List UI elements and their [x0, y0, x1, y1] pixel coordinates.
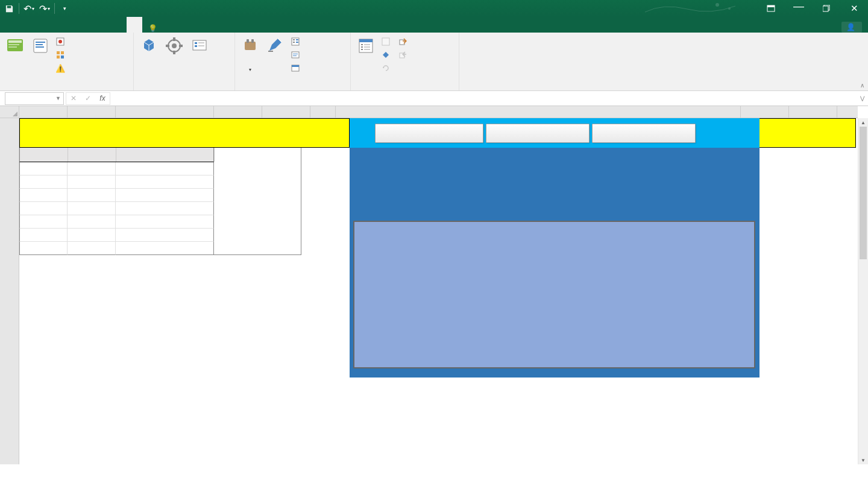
scroll-up-arrow[interactable]: ▲: [858, 118, 868, 127]
create-array-1-button[interactable]: [375, 124, 483, 143]
com-addins-button[interactable]: [187, 34, 212, 79]
svg-rect-30: [198, 45, 204, 46]
enter-formula-button[interactable]: ✓: [81, 92, 95, 105]
import-button[interactable]: [398, 36, 410, 48]
bulb-icon: 💡: [148, 24, 157, 33]
val-cell[interactable]: [116, 215, 214, 229]
val-cell[interactable]: [116, 202, 214, 215]
name-box-dropdown-icon: ▼: [55, 95, 61, 101]
col-name-header: [68, 148, 116, 162]
table-cell[interactable]: [19, 215, 68, 229]
expand-formula-bar[interactable]: ⋁: [856, 95, 868, 101]
val-cell[interactable]: [116, 242, 214, 255]
scroll-down-arrow[interactable]: ▼: [858, 456, 868, 464]
create-array-button[interactable]: [486, 124, 590, 143]
col-header-A[interactable]: [19, 106, 68, 118]
expansion-packs-button[interactable]: [381, 49, 393, 61]
macros-button[interactable]: [28, 34, 53, 79]
select-all-corner[interactable]: [0, 106, 19, 118]
svg-rect-22: [173, 37, 175, 41]
svg-rect-42: [293, 55, 297, 56]
cancel-formula-button[interactable]: ✕: [66, 92, 81, 105]
qat-save[interactable]: [2, 1, 16, 16]
qat-customize[interactable]: ▾: [57, 1, 72, 16]
share-button[interactable]: 👤: [841, 22, 862, 33]
spreadsheet-grid[interactable]: ▲ ▼: [0, 106, 868, 464]
table-cell[interactable]: [68, 189, 116, 202]
val-cell[interactable]: [116, 175, 214, 189]
cells-area[interactable]: [19, 118, 858, 464]
tab-review[interactable]: [95, 17, 111, 33]
col-header-G[interactable]: [336, 106, 741, 118]
maximize-button[interactable]: [813, 0, 840, 17]
properties-button[interactable]: [291, 36, 303, 48]
table-cell[interactable]: [68, 215, 116, 229]
col-header-H[interactable]: [741, 106, 789, 118]
svg-rect-8: [8, 44, 19, 45]
table-cell[interactable]: [68, 202, 116, 215]
relative-icon: [55, 50, 65, 60]
val-cell[interactable]: [116, 189, 214, 202]
formula-input[interactable]: [110, 92, 856, 105]
table-cell[interactable]: [68, 229, 116, 242]
tab-insert[interactable]: [33, 17, 48, 33]
close-button[interactable]: ✕: [840, 0, 868, 17]
table-cell[interactable]: [19, 242, 68, 255]
redefine-array-button[interactable]: [592, 124, 696, 143]
tab-developer[interactable]: [127, 17, 142, 33]
tab-page-layout[interactable]: [48, 17, 64, 33]
seq-cell[interactable]: [19, 162, 68, 175]
tab-data[interactable]: [80, 17, 95, 33]
export-button[interactable]: [398, 49, 410, 61]
insert-control-button[interactable]: ▾: [237, 34, 263, 79]
val-cell[interactable]: [116, 229, 214, 242]
scroll-thumb[interactable]: [860, 127, 867, 259]
svg-rect-16: [57, 51, 60, 54]
table-cell[interactable]: [19, 229, 68, 242]
name-box[interactable]: ▼: [5, 92, 64, 105]
table-cell[interactable]: [68, 175, 116, 189]
map-properties-button[interactable]: [381, 36, 393, 48]
insert-function-button[interactable]: fx: [95, 92, 110, 105]
com-addins-icon: [190, 36, 209, 55]
svg-rect-27: [195, 42, 197, 44]
svg-rect-13: [36, 46, 44, 48]
col-header-B[interactable]: [68, 106, 116, 118]
col-header-I[interactable]: [789, 106, 837, 118]
record-macro-button[interactable]: [55, 36, 68, 48]
minimize-button[interactable]: —: [785, 0, 813, 17]
tab-view[interactable]: [111, 17, 127, 33]
table-cell[interactable]: [19, 175, 68, 189]
use-relative-references-button[interactable]: [55, 49, 68, 61]
table-cell[interactable]: [68, 242, 116, 255]
col-header-E[interactable]: [262, 106, 310, 118]
name-cell[interactable]: [68, 162, 116, 175]
col-header-C[interactable]: [116, 106, 214, 118]
vertical-scrollbar[interactable]: ▲ ▼: [858, 118, 868, 464]
qat-redo[interactable]: ↷▾: [37, 1, 52, 16]
xml-source-button[interactable]: [353, 34, 379, 79]
visual-basic-button[interactable]: [2, 34, 28, 79]
tab-file[interactable]: [1, 17, 17, 33]
val-cell[interactable]: [116, 162, 214, 175]
col-header-F[interactable]: [310, 106, 336, 118]
design-mode-button[interactable]: [263, 34, 288, 79]
ribbon: ⚠️ ▾: [0, 33, 868, 91]
table-cell[interactable]: [19, 189, 68, 202]
view-code-button[interactable]: [291, 49, 303, 61]
map-props-icon: [381, 37, 391, 46]
insert-control-label: ▾: [249, 57, 251, 74]
tab-home[interactable]: [17, 17, 33, 33]
col-header-D[interactable]: [214, 106, 262, 118]
refresh-data-button[interactable]: [381, 62, 393, 74]
ribbon-display-options[interactable]: [757, 0, 785, 17]
excel-addins-button[interactable]: [162, 34, 187, 79]
run-dialog-button[interactable]: [291, 62, 303, 74]
macro-security-button[interactable]: ⚠️: [55, 62, 68, 74]
collapse-ribbon-button[interactable]: ∧: [860, 82, 864, 89]
tab-formulas[interactable]: [64, 17, 80, 33]
table-cell[interactable]: [19, 202, 68, 215]
addins-button[interactable]: [136, 34, 162, 79]
tell-me-search[interactable]: 💡: [148, 24, 160, 33]
qat-undo[interactable]: ↶▾: [22, 1, 36, 16]
